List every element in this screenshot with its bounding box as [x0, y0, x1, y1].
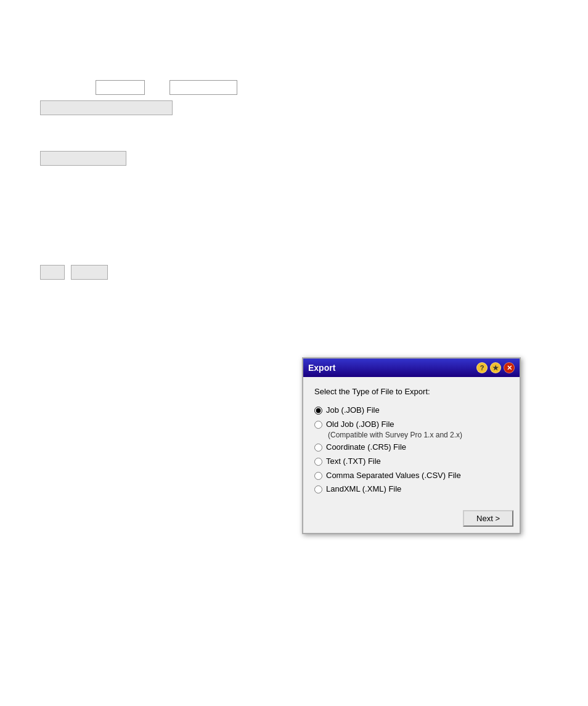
export-dialog: Export ? ★ ✕ Select the Type of File to … [302, 357, 521, 534]
radio-csv[interactable] [314, 472, 322, 480]
bg-button-1 [40, 265, 65, 280]
dialog-footer: Next > [303, 505, 520, 533]
label-job: Job (.JOB) File [326, 405, 380, 416]
dialog-title: Export [308, 363, 335, 373]
radio-oldjob[interactable] [314, 421, 322, 429]
option-oldjob[interactable]: Old Job (.JOB) File [314, 418, 508, 432]
option-coord[interactable]: Coordinate (.CR5) File [314, 440, 508, 455]
label-csv: Comma Separated Values (.CSV) File [326, 471, 461, 481]
help-button[interactable]: ? [476, 362, 488, 373]
radio-text[interactable] [314, 458, 322, 466]
next-button[interactable]: Next > [463, 510, 513, 527]
file-type-radio-group: Job (.JOB) File Old Job (.JOB) File (Com… [314, 404, 508, 497]
close-button[interactable]: ✕ [504, 362, 515, 373]
option-oldjob-wrapper: Old Job (.JOB) File (Compatible with Sur… [314, 418, 508, 440]
label-oldjob: Old Job (.JOB) File [326, 420, 394, 430]
bg-input-1 [96, 80, 145, 95]
background-ui [0, 0, 588, 706]
label-oldjob-sub: (Compatible with Survey Pro 1.x and 2.x) [328, 431, 508, 439]
radio-coord[interactable] [314, 444, 322, 452]
dialog-body: Select the Type of File to Export: Job (… [303, 377, 520, 505]
label-landxml: LandXML (.XML) File [326, 484, 401, 495]
bg-input-4 [40, 151, 126, 166]
titlebar-buttons: ? ★ ✕ [476, 362, 515, 373]
label-coord: Coordinate (.CR5) File [326, 442, 406, 453]
radio-job[interactable] [314, 407, 322, 415]
label-text: Text (.TXT) File [326, 456, 381, 467]
option-csv[interactable]: Comma Separated Values (.CSV) File [314, 469, 508, 483]
dialog-prompt: Select the Type of File to Export: [314, 387, 508, 396]
bg-button-2 [71, 265, 108, 280]
option-landxml[interactable]: LandXML (.XML) File [314, 482, 508, 497]
bg-input-2 [169, 80, 237, 95]
radio-landxml[interactable] [314, 485, 322, 493]
bg-input-3 [40, 100, 173, 115]
option-job[interactable]: Job (.JOB) File [314, 404, 508, 418]
option-text[interactable]: Text (.TXT) File [314, 455, 508, 469]
dialog-titlebar: Export ? ★ ✕ [303, 359, 520, 377]
favorite-button[interactable]: ★ [490, 362, 501, 373]
